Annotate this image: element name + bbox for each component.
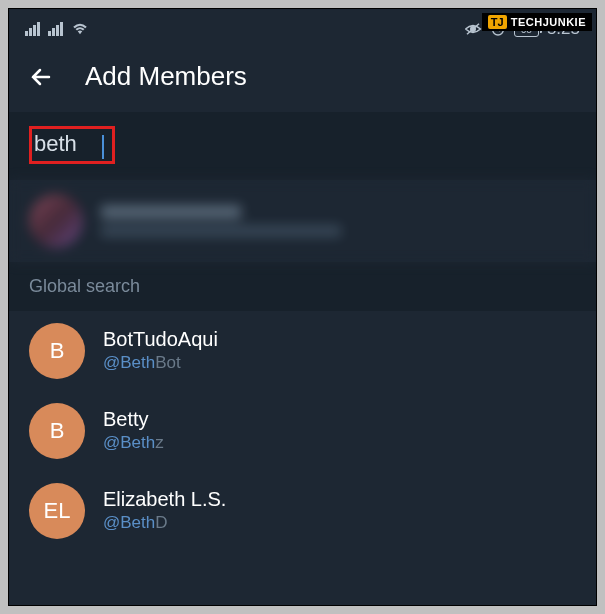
contact-username: @BethD — [103, 513, 226, 533]
watermark-text: TECHJUNKIE — [511, 16, 586, 28]
contact-username: @BethBot — [103, 353, 218, 373]
search-input[interactable] — [34, 131, 104, 157]
contact-username: @Bethz — [103, 433, 164, 453]
contact-name: BotTudoAqui — [103, 328, 218, 351]
contact-name: Elizabeth L.S. — [103, 488, 226, 511]
list-item[interactable]: EL Elizabeth L.S. @BethD — [9, 471, 596, 551]
watermark-badge: TJ — [488, 15, 507, 29]
header: Add Members — [9, 47, 596, 112]
wifi-icon — [71, 22, 89, 36]
back-icon[interactable] — [29, 65, 53, 89]
blurred-contact[interactable] — [9, 180, 596, 262]
signal-icon — [25, 22, 40, 36]
eye-icon — [464, 22, 482, 36]
list-item[interactable]: B Betty @Bethz — [9, 391, 596, 471]
app-screen: TJ TECHJUNKIE — [8, 8, 597, 606]
avatar: B — [29, 323, 85, 379]
avatar: EL — [29, 483, 85, 539]
page-title: Add Members — [85, 61, 247, 92]
watermark: TJ TECHJUNKIE — [482, 13, 592, 31]
signal-icon-2 — [48, 22, 63, 36]
search-area — [9, 112, 596, 180]
avatar: B — [29, 403, 85, 459]
contact-name: Betty — [103, 408, 164, 431]
section-header: Global search — [9, 262, 596, 311]
search-highlight-box — [29, 126, 115, 164]
avatar — [29, 194, 83, 248]
blurred-text — [101, 205, 341, 237]
cursor-icon — [102, 135, 104, 159]
list-item[interactable]: B BotTudoAqui @BethBot — [9, 311, 596, 391]
